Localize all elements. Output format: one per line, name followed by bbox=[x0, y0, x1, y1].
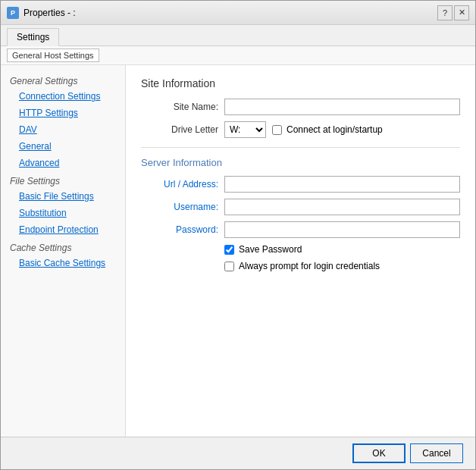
tab-bar: Settings bbox=[1, 25, 475, 46]
password-label: Password: bbox=[141, 224, 224, 235]
url-label: Url / Address: bbox=[141, 179, 224, 190]
save-password-label: Save Password bbox=[239, 244, 302, 255]
server-info-section: Server Information Url / Address: Userna… bbox=[141, 157, 460, 271]
sidebar-item-http-settings[interactable]: HTTP Settings bbox=[1, 105, 125, 121]
sidebar-item-dav[interactable]: DAV bbox=[1, 121, 125, 138]
close-button[interactable]: ✕ bbox=[454, 5, 469, 20]
drive-letter-select[interactable]: W: X: Y: Z: bbox=[224, 121, 266, 138]
sidebar-item-basic-file-settings[interactable]: Basic File Settings bbox=[1, 188, 125, 205]
drive-letter-row: Drive Letter W: X: Y: Z: Connect at logi… bbox=[141, 121, 460, 138]
always-prompt-label: Always prompt for login credentials bbox=[239, 261, 380, 271]
section-divider bbox=[141, 147, 460, 148]
username-label: Username: bbox=[141, 202, 224, 212]
sidebar-item-connection-settings[interactable]: Connection Settings bbox=[1, 88, 125, 105]
help-button[interactable]: ? bbox=[437, 5, 453, 20]
sidebar: General Settings Connection Settings HTT… bbox=[1, 65, 126, 437]
sidebar-item-substitution[interactable]: Substitution bbox=[1, 205, 125, 221]
drive-letter-label: Drive Letter bbox=[141, 124, 224, 135]
bottom-bar: OK Cancel bbox=[1, 437, 475, 469]
username-input[interactable] bbox=[224, 199, 460, 215]
sidebar-item-general[interactable]: General bbox=[1, 138, 125, 155]
breadcrumb-general-host-settings[interactable]: General Host Settings bbox=[7, 49, 99, 62]
breadcrumb-bar: General Host Settings bbox=[1, 46, 475, 65]
sidebar-section-file-settings: File Settings bbox=[1, 171, 125, 188]
app-icon: P bbox=[7, 7, 19, 19]
sidebar-section-general-settings: General Settings bbox=[1, 71, 125, 88]
sidebar-item-endpoint-protection[interactable]: Endpoint Protection bbox=[1, 221, 125, 238]
content-area: General Settings Connection Settings HTT… bbox=[1, 65, 475, 437]
drive-row: W: X: Y: Z: Connect at login/startup bbox=[224, 121, 383, 138]
site-name-input[interactable] bbox=[224, 99, 460, 115]
always-prompt-row: Always prompt for login credentials bbox=[224, 261, 460, 271]
dialog-title: Properties - : bbox=[23, 8, 76, 18]
username-row: Username: bbox=[141, 199, 460, 215]
save-password-row: Save Password bbox=[224, 244, 460, 255]
site-name-row: Site Name: bbox=[141, 99, 460, 115]
sidebar-section-cache-settings: Cache Settings bbox=[1, 238, 125, 255]
sidebar-item-advanced[interactable]: Advanced bbox=[1, 155, 125, 171]
cancel-button[interactable]: Cancel bbox=[410, 443, 463, 463]
main-panel: Site Information Site Name: Drive Letter… bbox=[126, 65, 475, 437]
password-row: Password: bbox=[141, 221, 460, 238]
always-prompt-checkbox[interactable] bbox=[224, 262, 234, 271]
save-password-checkbox[interactable] bbox=[224, 245, 234, 255]
server-info-title: Server Information bbox=[141, 157, 460, 168]
url-row: Url / Address: bbox=[141, 176, 460, 193]
site-name-label: Site Name: bbox=[141, 102, 224, 112]
url-input[interactable] bbox=[224, 176, 460, 193]
tab-settings[interactable]: Settings bbox=[7, 28, 59, 46]
connect-at-login-row: Connect at login/startup bbox=[272, 124, 383, 135]
ok-button[interactable]: OK bbox=[352, 443, 406, 463]
site-information-title: Site Information bbox=[141, 77, 460, 89]
title-controls: ? ✕ bbox=[437, 5, 469, 20]
connect-at-login-label: Connect at login/startup bbox=[287, 124, 383, 135]
title-bar: P Properties - : ? ✕ bbox=[1, 1, 475, 25]
sidebar-item-basic-cache-settings[interactable]: Basic Cache Settings bbox=[1, 255, 125, 271]
properties-dialog: P Properties - : ? ✕ Settings General Ho… bbox=[0, 0, 476, 470]
title-bar-left: P Properties - : bbox=[7, 7, 76, 19]
connect-at-login-checkbox[interactable] bbox=[272, 125, 282, 135]
password-input[interactable] bbox=[224, 221, 460, 238]
